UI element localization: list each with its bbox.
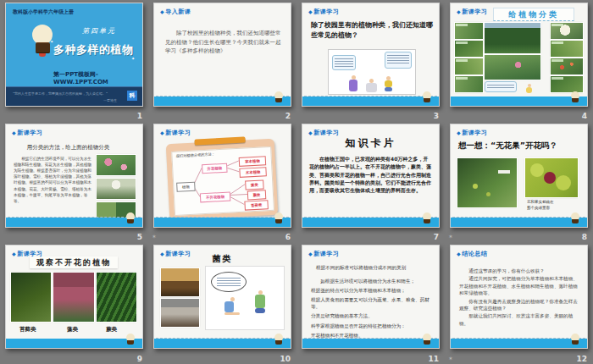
slide-thumbnail-8[interactable]: ◆新课学习 想一想：“无花果”开花吗？ 花和果实都藏在 那个肉球里面 [450, 124, 588, 228]
quote-author: —爱迪生 [103, 98, 117, 102]
header-label: 新课学习 [165, 130, 191, 136]
quote-bar: “我的人生哲学是工作，我要揭示大自然的奥秘，为人类造福。” —爱迪生 科 [6, 86, 142, 106]
slide-thumbnail-11[interactable]: ◆新课学习 根据不同的标准可以将植物分成不同的类别 如根据生活环境可以将植物分为… [302, 245, 440, 349]
slide-number: 9 [137, 355, 142, 363]
slide-title-box: 观察不开花的植物 [30, 256, 118, 268]
lotus-photo [97, 155, 136, 175]
people-cartoon-image [205, 266, 285, 330]
slide-thumbnail-3[interactable]: ◆新课学习 除了校园里有的植物种类，我们还知道哪些常见的植物？ [302, 3, 440, 107]
slide-title: 知识卡片 [302, 136, 439, 151]
slide-header: ◆导入新课 [160, 8, 191, 16]
body-text: 除了校园里的植物种类，我们还知道哪些常见的植物？他们生长在哪里？今天我们就来一起… [165, 29, 282, 56]
body-line: 根据茎的特点可以分为草本植物和木本植物； [311, 287, 432, 294]
photo-label: 蕨类 [106, 326, 117, 334]
mushroom-photo [161, 268, 199, 296]
slide-thumbnail-6[interactable]: ◆新课学习 我们对植物分类的方法： 植物 开花植物 不开花植物 [153, 124, 291, 228]
node-plants: 植物 [176, 182, 196, 192]
slide-title: 给植物分类 [508, 9, 559, 20]
slide-cell-11: ◆新课学习 根据不同的标准可以将植物分成不同的类别 如根据生活环境可以将植物分为… [296, 242, 445, 364]
slide-cell-3: ◆新课学习 除了校园里有的植物种类，我们还知道哪些常见的植物？ 3 [296, 0, 445, 121]
deck-title: 多种多样的植物 [53, 42, 134, 58]
slide-cell-8: ◆新课学习 想一想：“无花果”开花吗？ 花和果实都藏在 那个肉球里面 ✶ 8 [445, 121, 593, 242]
plant-photo [551, 76, 583, 92]
science-seal-icon: 科 [127, 91, 137, 101]
body-line: 你有没有兴趣再去观察身边的植物呢？你准备怎样去观察、研究这些植物？ [459, 298, 579, 312]
photo-label: 苔藓类 [19, 326, 36, 334]
speech-bubble [485, 81, 517, 92]
slide-cell-2: ◆导入新课 除了校园里的植物种类，我们还知道哪些常见的植物？他们生长在哪里？今天… [148, 0, 296, 121]
header-label: 新课学习 [462, 130, 487, 136]
lightbulb-icon [422, 334, 432, 347]
bottom-strip [302, 218, 439, 227]
slide-title: 观察不开花的植物 [36, 257, 111, 268]
algae-photo [53, 273, 94, 322]
header-label: 新课学习 [313, 251, 339, 257]
slide-cell-12: ◆结论总结 通过这节课的学习，你有什么收获？ 通过共同探究，可把植物分为草本植物… [445, 242, 593, 364]
slide-header: ◆新课学习 [12, 250, 42, 258]
diamond-bullet-icon: ◆ [12, 251, 16, 256]
tree-photo [485, 23, 540, 53]
bottom-strip [302, 97, 439, 106]
slide-number: 6 [285, 233, 291, 241]
slide-title-box: 给植物分类 [493, 8, 574, 21]
photo-label: 藻类 [67, 326, 78, 334]
slide-thumbnail-1[interactable]: 教科版小学科学六年级上册 第四单元 ✦ ✦ 多种多样的植物 第一PPT模板网-W… [5, 3, 143, 107]
diamond-bullet-icon: ◆ [12, 130, 16, 135]
sitting-figure [224, 297, 240, 315]
diamond-bullet-icon: ◆ [308, 251, 313, 256]
unit-label: 第四单元 [82, 26, 116, 36]
plant-photo [551, 23, 583, 39]
bottom-strip [302, 339, 439, 348]
transition-indicator-icon: ✶ [448, 234, 453, 240]
header-label: 新课学习 [313, 130, 339, 136]
slide-number: 5 [137, 233, 142, 241]
slide-header: ◆新课学习 [160, 129, 191, 137]
lightbulb-icon [422, 212, 432, 226]
site-credit: 第一PPT模板网-WWW.1PPT.COM [53, 70, 142, 85]
fig-fruit [486, 192, 490, 196]
fig-fruit-photo [525, 158, 578, 197]
slide-thumbnail-5[interactable]: ◆新课学习 用分类的方法，给上面的植物分类 根据它们的生活环境不同，可以分为水生… [5, 124, 143, 228]
slide-subtitle: 用分类的方法，给上面的植物分类 [6, 144, 130, 152]
caption-line: 那个肉球里面 [527, 206, 554, 212]
slide-number: 1 [137, 112, 142, 120]
fig-fruit [530, 163, 544, 177]
plant-photo [455, 41, 483, 57]
slide-thumbnail-4[interactable]: ◆新课学习 给植物分类 [450, 3, 588, 107]
slide-thumbnail-12[interactable]: ◆结论总结 通过这节课的学习，你有什么收获？ 通过共同探究，可把植物分为草本植物… [450, 245, 588, 349]
bottom-strip [6, 218, 142, 227]
bottom-strip [154, 97, 291, 106]
body-line: 通过这节课的学习，你有什么收获？ [459, 267, 579, 274]
lead-text: 根据不同的标准可以将植物分成不同的类别 [316, 265, 406, 272]
speech-bubble [211, 272, 247, 292]
fig-fruit [556, 175, 571, 190]
slide-thumbnail-10[interactable]: ◆新课学习 菌类 [153, 245, 291, 349]
plant-photo [551, 58, 583, 74]
plant-photo-collage [455, 23, 583, 93]
slide-number: 11 [428, 355, 439, 363]
header-label: 结论总结 [462, 251, 487, 257]
lightbulb-icon [274, 334, 284, 347]
photo-caption: 花和果实都藏在 那个肉球里面 [527, 200, 554, 212]
diamond-bullet-icon: ◆ [160, 130, 164, 135]
diamond-bullet-icon: ◆ [160, 8, 164, 14]
fig-fruit [473, 184, 478, 189]
bottom-strip [451, 339, 587, 348]
diamond-bullet-icon: ◆ [457, 130, 461, 135]
node-nonflowering: 不开花植物 [200, 192, 231, 203]
transition-indicator-icon: ✶ [448, 356, 453, 362]
slide-cell-9: ◆新课学习 观察不开花的植物 苔藓类 藻类 蕨类 9 [0, 242, 148, 364]
slide-thumbnail-9[interactable]: ◆新课学习 观察不开花的植物 苔藓类 藻类 蕨类 [5, 245, 143, 349]
slide-thumbnail-7[interactable]: ◆新课学习 知识卡片 在植物王国中，已发现的种类有40万种之多，开花的植物约占一… [302, 124, 440, 228]
speech-bubble [385, 52, 412, 69]
photo-tag [498, 170, 510, 174]
lightbulb-icon [422, 91, 432, 105]
slide-header: ◆新课学习 [308, 8, 339, 16]
node-herb: 草本植物 [239, 156, 267, 167]
fern-photo [97, 273, 136, 322]
slide-thumbnail-2[interactable]: ◆导入新课 除了校园里的植物种类，我们还知道哪些常见的植物？他们生长在哪里？今天… [153, 3, 291, 107]
body-line: 分类是研究植物的基本方法。 [311, 312, 432, 319]
kid-figure [366, 79, 377, 92]
header-label: 新课学习 [313, 8, 339, 15]
slide-header: ◆新课学习 [457, 129, 487, 137]
